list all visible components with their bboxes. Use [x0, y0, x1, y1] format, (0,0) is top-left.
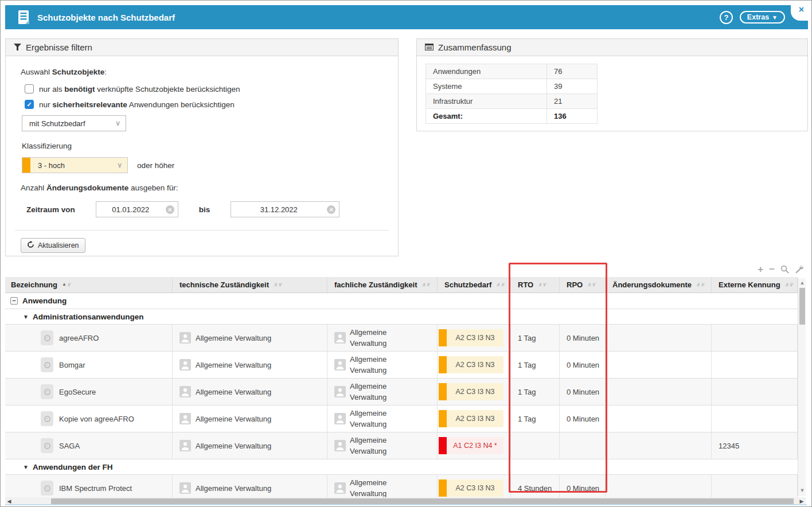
sort-icons[interactable]: ∧∨ [496, 282, 504, 287]
column-header-rpo[interactable]: RPO∧∨ [560, 277, 606, 292]
table-header-row: Bezeichnung▲∨ technische Zuständigkeit∧∨… [5, 277, 798, 293]
scroll-up-icon[interactable]: ▲ [798, 279, 806, 286]
group-row-anwendungen-der-fh[interactable]: ▼ Anwendungen der FH [5, 459, 798, 475]
collapse-all-icon[interactable]: − [769, 264, 775, 274]
schutzbedarf-badge: A2 C3 I3 N3 [439, 383, 503, 400]
row-name: IBM Spectrum Protect [59, 484, 132, 493]
row-name: EgoSecure [59, 388, 96, 396]
sort-icons[interactable]: ∧∨ [538, 282, 546, 287]
column-header-aenderungsdokumente[interactable]: Änderungsdokumente∧∨ [606, 277, 712, 292]
application-icon [41, 411, 53, 426]
expand-all-icon[interactable]: + [758, 264, 763, 274]
summary-value: 76 [547, 64, 598, 79]
classification-color-swatch [439, 437, 447, 454]
column-header-technische-zustaendigkeit[interactable]: technische Zuständigkeit∧∨ [173, 277, 327, 292]
group-row-anwendung[interactable]: − Anwendung [5, 293, 798, 309]
schutzbedarf-badge-critical: A1 C2 I3 N4 * [439, 437, 503, 454]
report-document-icon [18, 10, 29, 24]
horizontal-scrollbar-thumb[interactable] [51, 498, 794, 504]
chevron-down-icon: ▼ [772, 14, 778, 21]
person-icon [334, 482, 346, 494]
checkbox-benoetigt-label: nur als benötigt verknüpfte Schutzobjekt… [39, 85, 240, 93]
table-row[interactable]: agreeAFRO Allgemeine Verwaltung Allgemei… [5, 325, 798, 352]
search-icon[interactable] [780, 265, 789, 274]
summary-table: Anwendungen 76 Systeme 39 Infrastruktur … [425, 64, 598, 124]
schutzbedarf-select-value: mit Schutzbedarf [29, 119, 85, 128]
aenderungsdokumente-label: Anzahl Änderungsdokumente ausgeben für: [21, 184, 383, 192]
help-button[interactable]: ? [720, 11, 733, 24]
schutzbedarf-badge: A2 C3 I3 N3 [439, 356, 503, 373]
date-to-input[interactable] [231, 202, 339, 217]
sort-asc-icon[interactable]: ▲∨ [62, 282, 71, 287]
extras-button[interactable]: Extras ▼ [740, 11, 785, 24]
column-header-fachliche-zustaendigkeit[interactable]: fachliche Zuständigkeit∧∨ [327, 277, 438, 292]
summary-total-value: 136 [547, 109, 598, 124]
data-table: Bezeichnung▲∨ technische Zuständigkeit∧∨… [5, 277, 798, 497]
table-row[interactable]: IBM Spectrum Protect Allgemeine Verwaltu… [5, 475, 798, 497]
person-icon [179, 359, 191, 370]
summary-panel-header: Zusammenfassung [417, 39, 807, 56]
checkbox-checked-icon[interactable]: ✓ [25, 100, 34, 109]
summary-label: Anwendungen [426, 64, 547, 79]
close-button[interactable]: × [791, 4, 808, 21]
group-row-administrationsanwendungen[interactable]: ▼ Administrationsanwendungen [5, 309, 798, 325]
checkbox-unchecked-icon[interactable] [25, 84, 34, 93]
aenderungsdokumente-value [606, 379, 712, 405]
checkbox-sicherheitsrelevante-label: nur sicherheitsrelevante Anwendungen ber… [39, 100, 235, 109]
selection-label: Auswahl Schutzobjekte: [21, 68, 383, 76]
externe-kennung-value [712, 405, 798, 432]
schutzbedarf-badge: A2 C3 I3 N3 [439, 479, 503, 497]
sort-icons[interactable]: ∧∨ [274, 282, 282, 287]
person-icon [334, 440, 346, 451]
rpo-value: 0 Minuten [560, 405, 606, 432]
application-icon [41, 438, 53, 453]
person-icon [179, 413, 191, 424]
classification-color-swatch [439, 383, 447, 400]
collapse-minus-icon[interactable]: − [10, 297, 18, 305]
summary-label: Infrastruktur [426, 94, 547, 109]
chevron-down-icon: ∨ [115, 119, 120, 127]
column-header-rto[interactable]: RTO∧∨ [511, 277, 560, 292]
clear-date-icon[interactable]: ✕ [166, 205, 174, 214]
classification-color-swatch [22, 158, 30, 173]
klassifizierung-select[interactable]: 3 - hoch ∨ [22, 157, 128, 173]
triangle-down-icon[interactable]: ▼ [23, 464, 29, 470]
rpo-value: 0 Minuten [560, 352, 606, 378]
refresh-button[interactable]: Aktualisieren [21, 238, 85, 253]
person-icon [179, 386, 191, 397]
rto-value: 1 Tag [511, 325, 560, 351]
column-header-bezeichnung[interactable]: Bezeichnung▲∨ [5, 277, 173, 292]
checkbox-benoetigt[interactable]: nur als benötigt verknüpfte Schutzobjekt… [25, 84, 383, 93]
aenderungsdokumente-value [606, 352, 712, 378]
klassifizierung-label: Klassifizierung [22, 142, 383, 150]
table-row[interactable]: EgoSecure Allgemeine Verwaltung Allgemei… [5, 379, 798, 405]
schutzbedarf-badge: A2 C3 I3 N3 [439, 410, 503, 427]
table-row[interactable]: SAGA Allgemeine Verwaltung Allgemeine Ve… [5, 432, 798, 459]
column-header-externe-kennung[interactable]: Externe Kennung∧∨ [712, 277, 798, 292]
sort-icons[interactable]: ∧∨ [696, 282, 704, 287]
sort-icons[interactable]: ∧∨ [785, 282, 793, 287]
sort-icons[interactable]: ∧∨ [421, 282, 430, 287]
classification-color-swatch [439, 356, 447, 373]
column-header-schutzbedarf[interactable]: Schutzbedarf∧∨ [438, 277, 511, 292]
titlebar: Schutzobjekte nach Schutzbedarf ? Extras… [5, 5, 808, 29]
person-icon [334, 413, 346, 424]
wrench-settings-icon[interactable] [795, 265, 803, 274]
rto-value: 4 Stunden [511, 475, 560, 497]
table-row[interactable]: Bomgar Allgemeine Verwaltung Allgemeine … [5, 352, 798, 379]
table-row[interactable]: Kopie von agreeAFRO Allgemeine Verwaltun… [5, 405, 798, 432]
summary-value: 21 [547, 94, 598, 109]
aenderungsdokumente-value [606, 475, 712, 497]
triangle-down-icon[interactable]: ▼ [23, 314, 29, 320]
schutzbedarf-select[interactable]: mit Schutzbedarf ∨ [22, 115, 126, 131]
checkbox-sicherheitsrelevante[interactable]: ✓ nur sicherheitsrelevante Anwendungen b… [25, 100, 383, 109]
scroll-down-icon[interactable]: ▼ [798, 487, 806, 494]
summary-row: Systeme 39 [426, 79, 598, 94]
person-icon [179, 440, 191, 451]
application-icon [41, 481, 53, 496]
date-from-field-wrap: ✕ [96, 201, 178, 217]
sort-icons[interactable]: ∧∨ [587, 282, 595, 287]
vertical-scrollbar[interactable]: ▲ ▼ [798, 278, 806, 496]
externe-kennung-value [712, 475, 798, 497]
vertical-scrollbar-thumb[interactable] [799, 288, 805, 325]
